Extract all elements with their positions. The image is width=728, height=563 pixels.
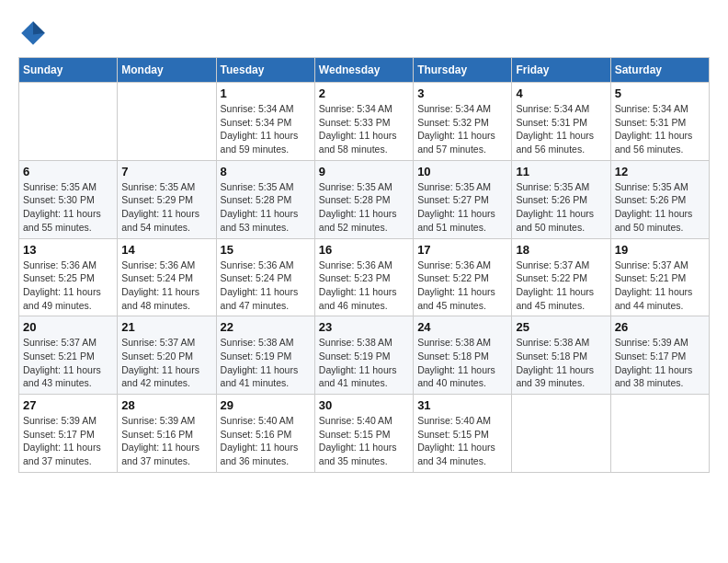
day-info: Sunrise: 5:34 AM Sunset: 5:32 PM Dayligh… [417, 102, 507, 156]
day-number: 28 [121, 398, 211, 412]
calendar-week-row: 1Sunrise: 5:34 AM Sunset: 5:34 PM Daylig… [19, 83, 710, 161]
day-number: 24 [417, 320, 507, 334]
calendar-cell: 27Sunrise: 5:39 AM Sunset: 5:17 PM Dayli… [19, 395, 118, 473]
page-header [18, 18, 710, 48]
day-info: Sunrise: 5:36 AM Sunset: 5:23 PM Dayligh… [319, 259, 409, 313]
day-info: Sunrise: 5:40 AM Sunset: 5:15 PM Dayligh… [417, 414, 507, 468]
calendar-cell: 25Sunrise: 5:38 AM Sunset: 5:18 PM Dayli… [512, 316, 610, 395]
calendar-week-row: 27Sunrise: 5:39 AM Sunset: 5:17 PM Dayli… [19, 395, 710, 473]
day-number: 7 [121, 165, 211, 178]
calendar-cell: 15Sunrise: 5:36 AM Sunset: 5:24 PM Dayli… [216, 238, 314, 316]
day-info: Sunrise: 5:34 AM Sunset: 5:31 PM Dayligh… [615, 102, 705, 156]
calendar-cell: 24Sunrise: 5:38 AM Sunset: 5:18 PM Dayli… [414, 316, 512, 395]
day-info: Sunrise: 5:34 AM Sunset: 5:31 PM Dayligh… [516, 102, 606, 156]
calendar-cell: 5Sunrise: 5:34 AM Sunset: 5:31 PM Daylig… [610, 83, 709, 161]
calendar-week-row: 20Sunrise: 5:37 AM Sunset: 5:21 PM Dayli… [19, 316, 710, 395]
column-header-thursday: Thursday [414, 58, 512, 83]
column-header-wednesday: Wednesday [314, 58, 413, 83]
day-info: Sunrise: 5:39 AM Sunset: 5:17 PM Dayligh… [615, 336, 705, 390]
calendar-cell: 10Sunrise: 5:35 AM Sunset: 5:27 PM Dayli… [414, 160, 512, 238]
calendar-cell: 29Sunrise: 5:40 AM Sunset: 5:16 PM Dayli… [216, 395, 314, 473]
calendar-cell: 7Sunrise: 5:35 AM Sunset: 5:29 PM Daylig… [118, 160, 216, 238]
calendar-header-row: SundayMondayTuesdayWednesdayThursdayFrid… [19, 58, 710, 83]
day-info: Sunrise: 5:38 AM Sunset: 5:19 PM Dayligh… [221, 336, 311, 390]
calendar-cell: 13Sunrise: 5:36 AM Sunset: 5:25 PM Dayli… [19, 238, 118, 316]
calendar-cell: 21Sunrise: 5:37 AM Sunset: 5:20 PM Dayli… [118, 316, 216, 395]
calendar-cell [610, 395, 709, 473]
calendar-week-row: 6Sunrise: 5:35 AM Sunset: 5:30 PM Daylig… [19, 160, 710, 238]
day-info: Sunrise: 5:38 AM Sunset: 5:18 PM Dayligh… [417, 336, 507, 390]
calendar-week-row: 13Sunrise: 5:36 AM Sunset: 5:25 PM Dayli… [19, 238, 710, 316]
day-number: 22 [221, 320, 311, 334]
day-number: 31 [417, 398, 507, 412]
logo [18, 18, 51, 48]
calendar-cell: 3Sunrise: 5:34 AM Sunset: 5:32 PM Daylig… [414, 83, 512, 161]
calendar-cell: 22Sunrise: 5:38 AM Sunset: 5:19 PM Dayli… [216, 316, 314, 395]
day-number: 12 [615, 165, 705, 178]
day-number: 14 [121, 243, 211, 257]
day-info: Sunrise: 5:40 AM Sunset: 5:16 PM Dayligh… [221, 414, 311, 468]
day-number: 25 [516, 320, 606, 334]
day-number: 26 [615, 320, 705, 334]
day-info: Sunrise: 5:40 AM Sunset: 5:15 PM Dayligh… [319, 414, 409, 468]
calendar-cell [512, 395, 610, 473]
day-number: 4 [516, 86, 606, 100]
day-number: 20 [23, 320, 113, 334]
day-info: Sunrise: 5:36 AM Sunset: 5:24 PM Dayligh… [121, 259, 211, 313]
day-number: 8 [221, 165, 311, 178]
logo-icon [18, 18, 48, 48]
svg-marker-1 [33, 21, 45, 34]
calendar-cell: 19Sunrise: 5:37 AM Sunset: 5:21 PM Dayli… [610, 238, 709, 316]
calendar-cell: 12Sunrise: 5:35 AM Sunset: 5:26 PM Dayli… [610, 160, 709, 238]
day-number: 30 [319, 398, 409, 412]
calendar-cell [118, 83, 216, 161]
day-number: 21 [121, 320, 211, 334]
calendar-cell: 17Sunrise: 5:36 AM Sunset: 5:22 PM Dayli… [414, 238, 512, 316]
day-info: Sunrise: 5:37 AM Sunset: 5:21 PM Dayligh… [615, 259, 705, 313]
calendar-cell: 20Sunrise: 5:37 AM Sunset: 5:21 PM Dayli… [19, 316, 118, 395]
calendar-cell: 14Sunrise: 5:36 AM Sunset: 5:24 PM Dayli… [118, 238, 216, 316]
day-number: 9 [319, 165, 409, 178]
day-info: Sunrise: 5:35 AM Sunset: 5:29 PM Dayligh… [121, 180, 211, 235]
day-number: 27 [23, 398, 113, 412]
calendar-cell: 26Sunrise: 5:39 AM Sunset: 5:17 PM Dayli… [610, 316, 709, 395]
calendar-cell: 2Sunrise: 5:34 AM Sunset: 5:33 PM Daylig… [314, 83, 413, 161]
day-number: 10 [417, 165, 507, 178]
calendar-table: SundayMondayTuesdayWednesdayThursdayFrid… [18, 57, 710, 473]
day-number: 6 [23, 165, 113, 178]
day-info: Sunrise: 5:35 AM Sunset: 5:26 PM Dayligh… [516, 180, 606, 235]
day-number: 29 [221, 398, 311, 412]
calendar-cell: 8Sunrise: 5:35 AM Sunset: 5:28 PM Daylig… [216, 160, 314, 238]
day-number: 11 [516, 165, 606, 178]
day-number: 2 [319, 86, 409, 100]
day-info: Sunrise: 5:36 AM Sunset: 5:25 PM Dayligh… [23, 259, 113, 313]
day-info: Sunrise: 5:35 AM Sunset: 5:30 PM Dayligh… [23, 180, 113, 235]
day-info: Sunrise: 5:34 AM Sunset: 5:34 PM Dayligh… [221, 102, 311, 156]
day-info: Sunrise: 5:37 AM Sunset: 5:20 PM Dayligh… [121, 336, 211, 390]
day-number: 16 [319, 243, 409, 257]
day-number: 18 [516, 243, 606, 257]
day-info: Sunrise: 5:38 AM Sunset: 5:18 PM Dayligh… [516, 336, 606, 390]
calendar-cell: 18Sunrise: 5:37 AM Sunset: 5:22 PM Dayli… [512, 238, 610, 316]
calendar-cell: 11Sunrise: 5:35 AM Sunset: 5:26 PM Dayli… [512, 160, 610, 238]
day-number: 23 [319, 320, 409, 334]
day-number: 15 [221, 243, 311, 257]
calendar-cell: 9Sunrise: 5:35 AM Sunset: 5:28 PM Daylig… [314, 160, 413, 238]
calendar-cell: 31Sunrise: 5:40 AM Sunset: 5:15 PM Dayli… [414, 395, 512, 473]
column-header-tuesday: Tuesday [216, 58, 314, 83]
day-info: Sunrise: 5:35 AM Sunset: 5:26 PM Dayligh… [615, 180, 705, 235]
day-info: Sunrise: 5:34 AM Sunset: 5:33 PM Dayligh… [319, 102, 409, 156]
calendar-cell [19, 83, 118, 161]
day-number: 1 [221, 86, 311, 100]
column-header-saturday: Saturday [610, 58, 709, 83]
day-info: Sunrise: 5:37 AM Sunset: 5:22 PM Dayligh… [516, 259, 606, 313]
day-info: Sunrise: 5:39 AM Sunset: 5:17 PM Dayligh… [23, 414, 113, 468]
column-header-monday: Monday [118, 58, 216, 83]
calendar-cell: 30Sunrise: 5:40 AM Sunset: 5:15 PM Dayli… [314, 395, 413, 473]
day-info: Sunrise: 5:35 AM Sunset: 5:28 PM Dayligh… [221, 180, 311, 235]
day-info: Sunrise: 5:36 AM Sunset: 5:24 PM Dayligh… [221, 259, 311, 313]
day-info: Sunrise: 5:37 AM Sunset: 5:21 PM Dayligh… [23, 336, 113, 390]
calendar-cell: 16Sunrise: 5:36 AM Sunset: 5:23 PM Dayli… [314, 238, 413, 316]
day-info: Sunrise: 5:35 AM Sunset: 5:28 PM Dayligh… [319, 180, 409, 235]
day-number: 17 [417, 243, 507, 257]
